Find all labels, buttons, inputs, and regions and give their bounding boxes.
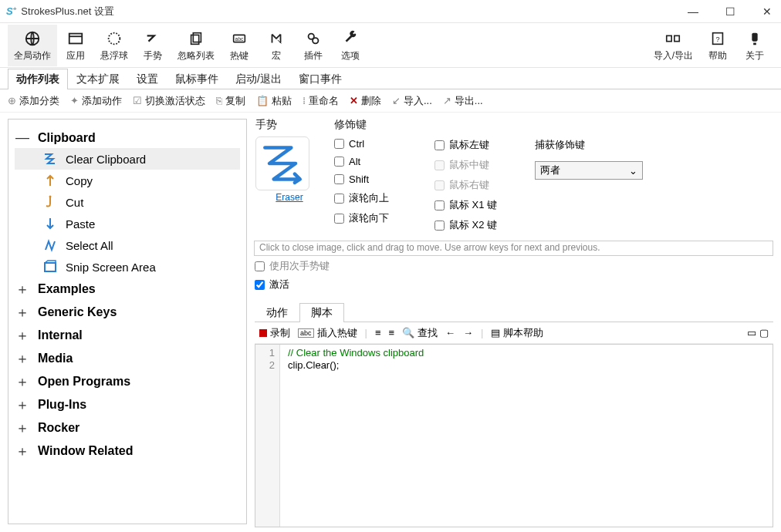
toolbar-ignore[interactable]: 忽略列表: [171, 25, 221, 66]
toolbar-label: 帮助: [708, 49, 727, 62]
toolbar-hotkeys[interactable]: abc 热键: [221, 25, 258, 66]
toolbar-plugins[interactable]: 插件: [295, 25, 332, 66]
window-mode-button[interactable]: ▭ ▢: [747, 327, 769, 338]
toolbar-apps[interactable]: 应用: [57, 25, 94, 66]
toolbar-label: 忽略列表: [178, 49, 215, 62]
tree-cat-openprograms[interactable]: ＋Open Programs: [15, 370, 240, 393]
import-button[interactable]: ↙导入...: [392, 94, 432, 108]
indent-button[interactable]: ≡: [375, 327, 381, 338]
insert-hotkey-button[interactable]: abc插入热键: [298, 326, 357, 340]
cb-wheelup[interactable]: 滚轮向上: [334, 191, 419, 205]
toolbar-macro[interactable]: 宏: [258, 25, 295, 66]
toolbar-help[interactable]: ? 帮助: [699, 25, 736, 66]
expand-icon: ＋: [15, 396, 30, 414]
cb-x1button[interactable]: 鼠标 X1 键: [434, 198, 519, 212]
svg-rect-16: [45, 263, 56, 271]
subtab-actions[interactable]: 动作列表: [8, 69, 68, 89]
doc-icon: ▤: [491, 327, 500, 338]
cb-ctrl[interactable]: Ctrl: [334, 138, 419, 150]
tree-cat-generic[interactable]: ＋Generic Keys: [15, 301, 240, 324]
delete-button[interactable]: ✕删除: [350, 94, 381, 108]
expand-icon: ＋: [15, 326, 30, 345]
tree-cat-windowrelated[interactable]: ＋Window Related: [15, 439, 240, 463]
rename-button[interactable]: ⁞重命名: [303, 94, 339, 108]
toolbar-label: 关于: [746, 49, 764, 62]
gesture-icon: [144, 28, 161, 49]
tree-item-cut[interactable]: Cut: [15, 191, 240, 213]
cb-active[interactable]: 激活: [255, 278, 773, 291]
tree-cat-internal[interactable]: ＋Internal: [15, 324, 240, 347]
toolbar-global[interactable]: 全局动作: [8, 25, 57, 66]
sub-tabs: 动作列表 文本扩展 设置 鼠标事件 启动/退出 窗口事件: [0, 68, 781, 89]
close-button[interactable]: ✕: [759, 5, 775, 18]
subtab-settings[interactable]: 设置: [128, 69, 167, 89]
add-action-button[interactable]: ✦添加动作: [70, 94, 122, 108]
gesture-preview[interactable]: [255, 136, 309, 190]
hotkey-icon: abc: [231, 28, 248, 49]
toolbar-gestures[interactable]: 手势: [134, 25, 171, 66]
cb-mbutton: 鼠标中键: [434, 158, 519, 172]
tree-item-paste[interactable]: Paste: [15, 213, 240, 234]
svg-point-8: [313, 38, 318, 43]
cb-wheeldown[interactable]: 滚轮向下: [334, 211, 419, 225]
cb-alt[interactable]: Alt: [334, 156, 419, 167]
subtab-startexit[interactable]: 启动/退出: [227, 69, 290, 89]
chevron-down-icon: ⌄: [629, 165, 637, 177]
edittab-script[interactable]: 脚本: [299, 303, 344, 322]
prev-button[interactable]: ←: [445, 327, 455, 338]
add-category-button[interactable]: ⊕添加分类: [8, 94, 59, 108]
expand-icon: ＋: [15, 419, 30, 437]
subtab-textexp[interactable]: 文本扩展: [68, 69, 128, 89]
maximize-button[interactable]: ☐: [722, 5, 738, 18]
toolbar-importexport[interactable]: 导入/导出: [647, 25, 699, 66]
export-button[interactable]: ↗导出...: [443, 94, 483, 108]
action-tree[interactable]: —Clipboard Clear Clipboard Copy Cut Past…: [8, 119, 247, 524]
editor-toolbar: 录制 abc插入热键 | ≡ ≡ 🔍查找 ← → | ▤脚本帮助 ▭ ▢: [255, 322, 773, 344]
tree-cat-clipboard[interactable]: —Clipboard: [15, 127, 240, 148]
cb-x2button[interactable]: 鼠标 X2 键: [434, 218, 519, 232]
toolbar-float[interactable]: 悬浮球: [94, 25, 134, 66]
subtab-mouse[interactable]: 鼠标事件: [167, 69, 227, 89]
svg-rect-1: [69, 34, 83, 44]
toolbar-options[interactable]: 选项: [332, 25, 369, 66]
toolbar-label: 选项: [341, 49, 360, 62]
next-button[interactable]: →: [463, 327, 473, 338]
code-area[interactable]: // Clear the Windows clipboard clip.Clea…: [280, 345, 773, 527]
capture-select[interactable]: 两者 ⌄: [535, 161, 643, 180]
outdent-button[interactable]: ≡: [389, 327, 395, 338]
toolbar-about[interactable]: 关于: [736, 25, 773, 66]
cb-secondary[interactable]: 使用次手势键: [255, 259, 773, 273]
svg-rect-4: [191, 35, 199, 44]
tree-cat-media[interactable]: ＋Media: [15, 347, 240, 370]
gesture-link[interactable]: Eraser: [255, 192, 323, 203]
paste-button[interactable]: 📋粘贴: [256, 94, 292, 108]
record-dot-icon: [259, 329, 267, 337]
copy-button[interactable]: ⎘复制: [216, 94, 245, 108]
options-checks: 使用次手势键 激活: [255, 259, 773, 291]
tree-item-selectall[interactable]: Select All: [15, 234, 240, 256]
edittab-action[interactable]: 动作: [255, 303, 299, 322]
collapse-icon: —: [15, 130, 30, 146]
minimize-button[interactable]: —: [685, 5, 701, 18]
tree-cat-rocker[interactable]: ＋Rocker: [15, 416, 240, 439]
tree-item-clear-clipboard[interactable]: Clear Clipboard: [15, 148, 240, 170]
cb-lbutton[interactable]: 鼠标左键: [434, 138, 519, 152]
script-help-button[interactable]: ▤脚本帮助: [491, 326, 543, 340]
tree-cat-plugins[interactable]: ＋Plug-Ins: [15, 393, 240, 416]
cb-shift[interactable]: Shift: [334, 173, 419, 185]
snip-icon: [42, 259, 58, 274]
main-toolbar: 全局动作 应用 悬浮球 手势 忽略列表 abc 热键 宏 插件 选项 导入/导出…: [0, 23, 781, 68]
code-token: clip: [288, 359, 303, 371]
tree-cat-examples[interactable]: ＋Examples: [15, 278, 240, 301]
search-button[interactable]: 🔍查找: [402, 326, 438, 340]
subtab-window[interactable]: 窗口事件: [290, 69, 350, 89]
code-editor[interactable]: 12 // Clear the Windows clipboard clip.C…: [255, 344, 773, 527]
tree-item-snip[interactable]: Snip Screen Area: [15, 256, 240, 278]
toggle-active-button[interactable]: ☑切换激活状态: [133, 94, 205, 108]
svg-rect-10: [674, 35, 679, 41]
app-icon: S+: [6, 5, 16, 17]
record-button[interactable]: 录制: [259, 326, 290, 340]
tree-item-copy[interactable]: Copy: [15, 170, 240, 191]
toolbar-label: 热键: [230, 49, 248, 62]
code-token: .Clear();: [303, 359, 340, 371]
